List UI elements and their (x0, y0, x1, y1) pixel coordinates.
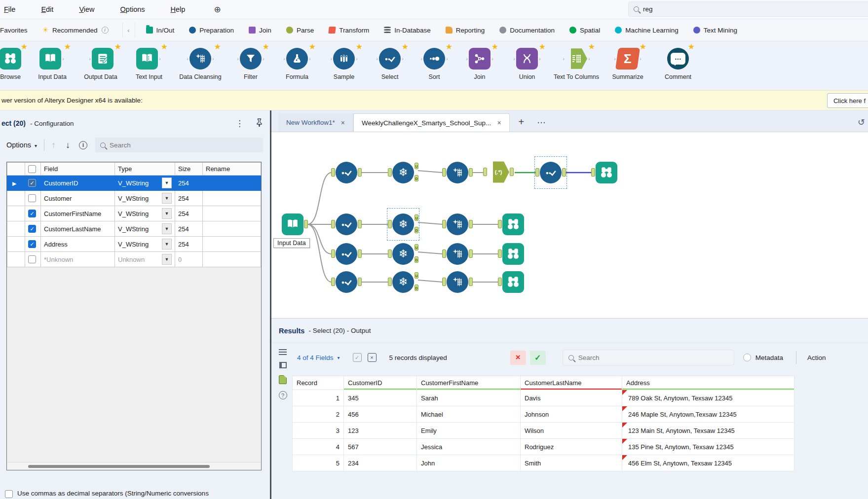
table-row[interactable]: 2 456 Michael Johnson 246 Maple St, Anyt… (293, 406, 794, 423)
table-row[interactable]: Customer V_WString▼ 254 (7, 191, 261, 206)
refresh-icon[interactable]: ↻ (858, 117, 865, 128)
kebab-menu-icon[interactable]: ⋮ (235, 118, 244, 129)
click-here-button[interactable]: Click here f (827, 93, 868, 108)
table-row[interactable]: Address V_WString▼ 254 (7, 237, 261, 252)
table-row[interactable]: *Unknown Unknown▼ 0 (7, 252, 261, 267)
tool-filter[interactable]: › › ★ Filter (228, 46, 273, 90)
move-up-button[interactable]: ↑ (51, 140, 56, 150)
col-address[interactable]: Address (622, 376, 794, 390)
table-row[interactable]: ▶ CustomerID V_WString▼ 254 (7, 176, 261, 191)
col-rename[interactable]: Rename (203, 163, 261, 176)
table-row[interactable]: 4 567 Jessica Rodriguez 135 Pine St, Any… (293, 439, 794, 455)
favorite-star-icon[interactable]: ★ (491, 42, 498, 51)
panel-view-icon[interactable] (279, 362, 287, 368)
metadata-radio[interactable] (743, 354, 751, 361)
type-dropdown[interactable]: ▼ (162, 223, 172, 234)
select-all-checkbox[interactable] (25, 163, 41, 176)
row-checkbox[interactable] (28, 255, 36, 263)
favorite-star-icon[interactable]: ★ (539, 42, 546, 51)
category-machine-learning[interactable]: Machine Learning (615, 27, 678, 34)
menu-view[interactable]: View (79, 5, 94, 13)
global-search[interactable] (628, 1, 868, 17)
workflow-canvas[interactable]: Input Data U D ❄ (.*) (271, 132, 868, 319)
connection-icon[interactable] (279, 375, 287, 384)
node-unique[interactable]: U D ❄ (392, 271, 414, 293)
node-unique[interactable]: U D ❄ (392, 162, 414, 183)
tool-output-data[interactable]: › ★ Output Data (76, 46, 125, 90)
more-tabs-button[interactable]: ⋯ (537, 117, 546, 128)
favorite-star-icon[interactable]: ★ (214, 42, 221, 51)
global-search-input[interactable] (643, 5, 830, 13)
node-data-cleansing[interactable] (447, 271, 468, 293)
favorite-star-icon[interactable]: ★ (402, 42, 409, 51)
decimal-separator-checkbox[interactable] (5, 490, 13, 498)
favorite-star-icon[interactable]: ★ (446, 42, 453, 51)
node-unique[interactable]: U D ❄ (392, 243, 414, 265)
new-tab-button[interactable]: + (519, 116, 525, 128)
node-select[interactable] (336, 162, 357, 183)
node-input-data[interactable] (282, 214, 303, 235)
row-checkbox[interactable] (28, 240, 36, 248)
help-icon[interactable]: ? (279, 391, 287, 399)
tool-summarize[interactable]: › Σ › ★ Summarize (602, 46, 653, 90)
category-spatial[interactable]: Spatial (569, 27, 600, 34)
config-search-input[interactable] (110, 142, 208, 149)
table-row[interactable]: 5 234 John Smith 456 Elm St, Anytown, Te… (293, 455, 794, 471)
category-reporting[interactable]: Reporting (446, 27, 485, 34)
favorite-star-icon[interactable]: ★ (309, 42, 316, 51)
category-indatabase[interactable]: In-Database (384, 27, 431, 34)
node-data-cleansing[interactable] (447, 214, 468, 235)
results-search[interactable] (563, 350, 734, 365)
tab-new-workflow1[interactable]: New Workflow1* × (278, 113, 353, 132)
tool-comment[interactable]: ⋯ ★ Comment (653, 46, 703, 90)
favorite-star-icon[interactable]: ★ (588, 42, 595, 51)
category-join[interactable]: Join (249, 27, 271, 34)
category-inout[interactable]: In/Out (146, 27, 175, 34)
tool-select[interactable]: › › ★ Select (367, 46, 413, 90)
col-customer-id[interactable]: CustomerID (344, 376, 417, 390)
col-type[interactable]: Type (115, 163, 175, 176)
table-row[interactable]: 3 123 Emily Wilson 123 Main St, Anytown,… (293, 423, 794, 439)
table-row[interactable]: CustomerLastName V_WString▼ 254 (7, 221, 261, 237)
tool-data-cleansing[interactable]: › › ★ Data Cleansing (173, 46, 228, 90)
category-parse[interactable]: Parse (286, 27, 314, 34)
close-cell-viewer-icon[interactable]: × (368, 353, 377, 362)
favorite-star-icon[interactable]: ★ (161, 42, 168, 51)
node-browse[interactable] (502, 214, 524, 235)
type-dropdown[interactable]: ▼ (162, 208, 172, 219)
favorite-star-icon[interactable]: ★ (263, 42, 269, 51)
tool-sort[interactable]: › › ★ Sort (413, 46, 456, 90)
table-row[interactable]: 1 345 Sarah Davis 789 Oak St, Anytown, T… (293, 390, 794, 406)
favorite-star-icon[interactable]: ★ (356, 42, 363, 51)
menu-help[interactable]: Help (171, 5, 186, 13)
table-row[interactable]: CustomerFirstName V_WString▼ 254 (7, 206, 261, 221)
favorite-star-icon[interactable]: ★ (114, 42, 121, 51)
favorite-star-icon[interactable]: ★ (688, 42, 695, 51)
tool-union[interactable]: › › ★ Union (503, 46, 551, 90)
favorite-star-icon[interactable]: ★ (640, 42, 646, 51)
category-text-mining[interactable]: Text Mining (693, 27, 737, 34)
type-dropdown[interactable]: ▼ (162, 239, 172, 250)
type-dropdown[interactable]: ▼ (162, 193, 172, 204)
tab-weekly-challenge[interactable]: WeeklyChallengeX_Smartys_School_Sup... × (353, 113, 510, 132)
results-search-input[interactable] (578, 354, 707, 361)
pin-icon[interactable] (256, 118, 263, 129)
col-first-name[interactable]: CustomerFirstName (417, 376, 521, 390)
node-select[interactable] (336, 271, 357, 293)
close-icon[interactable]: × (497, 119, 501, 127)
close-icon[interactable]: × (341, 119, 345, 127)
info-icon[interactable]: i (79, 141, 87, 149)
node-select-selected[interactable] (540, 162, 562, 183)
tool-formula[interactable]: › › ★ Formula (273, 46, 321, 90)
row-checkbox[interactable] (28, 225, 36, 233)
fields-dropdown[interactable]: 4 of 4 Fields ▾ (297, 354, 340, 361)
category-transform[interactable]: Transform (329, 27, 369, 34)
node-browse[interactable] (596, 162, 617, 183)
type-dropdown[interactable]: ▼ (162, 178, 172, 188)
node-regex[interactable]: (.*) (488, 161, 509, 183)
tool-text-input[interactable]: › ★ Text Input (125, 46, 173, 90)
category-documentation[interactable]: Documentation (499, 27, 555, 34)
list-view-icon[interactable] (279, 349, 287, 355)
row-checkbox[interactable] (28, 194, 36, 202)
node-unique-selected[interactable]: U D ❄ (392, 214, 414, 235)
